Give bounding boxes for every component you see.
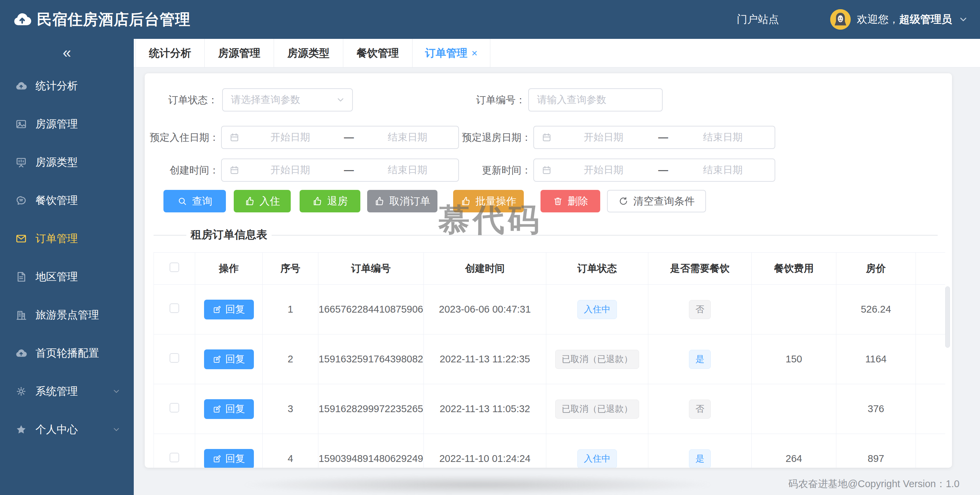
tab-房源管理[interactable]: 房源管理 [205,39,274,67]
gear-icon [15,385,27,398]
row-action-cell: 回复 [195,285,263,335]
sidebar-item-餐饮管理[interactable]: 餐饮管理 [0,181,134,219]
table-title: 租房订单信息表 [191,227,267,243]
updated-end-placeholder: 结束日期 [671,163,775,177]
reply-button-label: 回复 [225,352,245,366]
current-username: 超级管理员 [899,13,952,25]
sidebar-menu: 统计分析房源管理房源类型餐饮管理订单管理地区管理旅游景点管理首页轮播配置系统管理… [0,67,134,449]
action-button-删除[interactable]: 删除 [541,190,600,213]
checkin-date-range[interactable]: 开始日期 — 结束日期 [221,126,459,149]
board-icon [15,156,27,168]
tab-统计分析[interactable]: 统计分析 [135,39,205,67]
thumb-icon [312,196,323,206]
user-dropdown[interactable]: 欢迎您，超级管理员 [830,9,969,30]
row-created-time: 2022-11-13 11:05:32 [424,384,546,434]
table-vertical-scrollbar[interactable] [945,286,950,348]
reply-button-label: 回复 [225,303,245,316]
created-start-placeholder: 开始日期 [240,163,341,177]
row-action-cell: 回复 [195,335,263,384]
table-column-header-创建时间: 创建时间 [424,252,546,285]
reply-button[interactable]: 回复 [204,349,254,369]
order-no-placeholder: 请输入查询参数 [537,93,606,107]
header-right: 门户站点 欢迎您，超级管理员 [737,9,980,30]
sidebar-item-旅游景点管理[interactable]: 旅游景点管理 [0,296,134,334]
order-status-select[interactable]: 请选择查询参数 [222,88,353,111]
row-meal-fee: 264 [752,434,836,468]
search-icon [177,196,187,206]
sidebar-collapse-icon[interactable]: « [0,45,134,60]
meal-badge: 是 [689,350,711,369]
action-button-入住[interactable]: 入住 [234,190,291,213]
cloud-upload-icon [15,80,27,92]
tab-餐饮管理[interactable]: 餐饮管理 [343,39,412,67]
chevron-down-icon [958,14,969,25]
sidebar-item-统计分析[interactable]: 统计分析 [0,67,134,105]
row-meal-fee [752,384,836,434]
tab-label: 房源管理 [218,46,260,60]
order-status-placeholder: 请选择查询参数 [231,93,336,107]
select-all-checkbox[interactable] [170,262,179,272]
action-button-清空查询条件[interactable]: 清空查询条件 [607,190,706,213]
order-management-panel: 订单状态： 请选择查询参数 订单编号： 请输入查询参数 预定入住日期： 开始日期… [145,73,952,468]
table-column-header-房价: 房价 [836,252,916,285]
welcome-text: 欢迎您，超级管理员 [857,12,952,27]
row-checkbox[interactable] [170,353,179,363]
sidebar-item-个人中心[interactable]: 个人中心 [0,411,134,449]
row-checkbox[interactable] [170,403,179,412]
portal-site-link[interactable]: 门户站点 [737,12,779,27]
checkout-end-placeholder: 结束日期 [671,130,775,144]
row-order-no: 1665762284410875906 [318,285,424,335]
tab-房源类型[interactable]: 房源类型 [274,39,343,67]
action-button-退房[interactable]: 退房 [300,190,360,213]
trash-icon [553,196,563,206]
sidebar-item-首页轮播配置[interactable]: 首页轮播配置 [0,334,134,372]
table-header-select-all [154,252,195,285]
table-row: 回复116657622844108759062023-06-06 00:47:3… [154,285,945,335]
created-end-placeholder: 结束日期 [357,163,458,177]
sidebar-item-订单管理[interactable]: 订单管理 [0,219,134,258]
sidebar-item-label: 首页轮播配置 [35,346,99,360]
created-time-range[interactable]: 开始日期 — 结束日期 [221,159,459,182]
tab-订单管理[interactable]: 订单管理× [412,39,490,67]
sidebar-item-label: 旅游景点管理 [35,308,99,322]
sidebar-item-房源类型[interactable]: 房源类型 [0,143,134,181]
reply-button[interactable]: 回复 [204,449,254,468]
action-button-label: 退房 [327,194,348,208]
order-no-input[interactable]: 请输入查询参数 [528,88,663,111]
row-total-fee: 1 [916,434,945,468]
tab-close-icon[interactable]: × [472,48,478,58]
sidebar-item-房源管理[interactable]: 房源管理 [0,105,134,143]
status-badge: 入住中 [578,449,617,468]
calendar-icon [229,165,240,175]
row-total-fee: 3 [916,384,945,434]
table-column-header-餐饮费用: 餐饮费用 [752,252,836,285]
row-checkbox[interactable] [170,453,179,462]
row-order-no: 1590394891480629249 [318,434,424,468]
action-button-取消订单[interactable]: 取消订单 [367,190,438,213]
action-button-批量操作[interactable]: 批量操作 [453,190,524,213]
row-total-fee: 1 [916,335,945,384]
action-button-查询[interactable]: 查询 [164,190,226,213]
reply-button[interactable]: 回复 [204,399,254,419]
table-row: 回复315916282999722352652022-11-13 11:05:3… [154,384,945,434]
row-status-cell: 已取消（已退款） [546,335,648,384]
action-button-label: 删除 [568,194,588,208]
checkout-date-range[interactable]: 开始日期 — 结束日期 [533,126,775,149]
row-select-cell [154,434,195,468]
range-separator: — [655,132,671,143]
sidebar-item-地区管理[interactable]: 地区管理 [0,258,134,296]
row-meal-fee: 150 [752,335,836,384]
reply-button[interactable]: 回复 [204,300,254,319]
sidebar-item-label: 订单管理 [35,232,78,246]
action-button-label: 入住 [260,194,280,208]
tab-label: 订单管理 [425,46,468,60]
row-created-time: 2022-11-10 01:24:24 [424,434,546,468]
sidebar-item-label: 房源类型 [35,155,78,170]
row-checkbox[interactable] [170,303,179,313]
sidebar-item-系统管理[interactable]: 系统管理 [0,372,134,411]
calendar-icon [541,132,552,143]
action-button-label: 批量操作 [476,194,517,208]
updated-time-range[interactable]: 开始日期 — 结束日期 [533,159,775,182]
sidebar-item-label: 房源管理 [35,117,78,131]
welcome-prefix: 欢迎您， [857,13,899,25]
